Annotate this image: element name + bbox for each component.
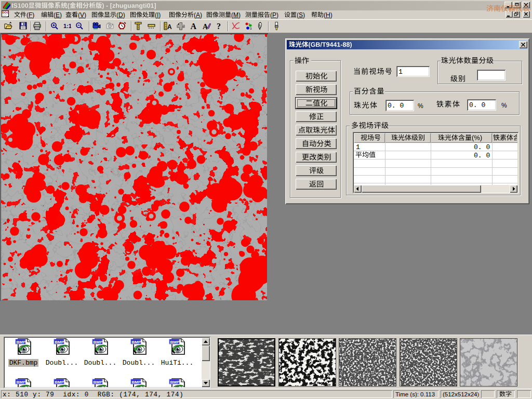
svg-text:A: A (167, 23, 172, 30)
svg-text:DOC: DOC (2, 11, 9, 14)
svg-text:?: ? (217, 22, 221, 30)
svg-text:A: A (191, 22, 197, 30)
svg-text:1:1: 1:1 (63, 23, 71, 29)
svg-text:3: 3 (250, 27, 252, 30)
